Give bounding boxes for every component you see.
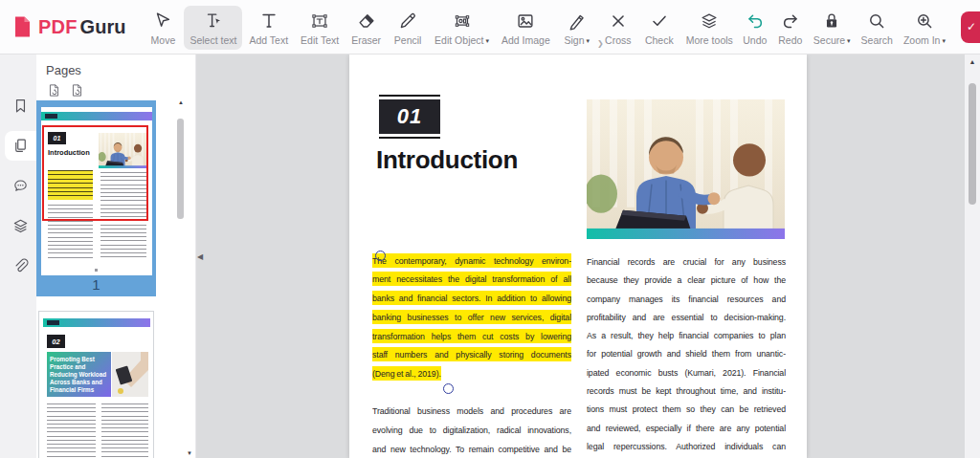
right-column-paragraph: Financial records are crucial for any bu… [587,253,786,456]
edit-text-icon [309,11,330,32]
tool-move[interactable]: Move ▾ [143,6,183,50]
thumb-page-number-dot [95,269,98,272]
sidebar-tab-layers[interactable] [5,211,36,241]
brand-pdf: PDF [38,16,78,38]
sidebar-tab-bookmarks[interactable] [5,91,36,120]
tool-cross[interactable]: Cross ▾ [598,6,638,50]
tool-add-text[interactable]: Add Text ▾ [243,6,294,50]
section-number-box: 01 [379,95,440,139]
pages-icon [11,137,30,155]
text-line: tions must protect them so they can be r… [587,401,786,419]
page-thumbnail-2[interactable]: 02 Promoting Best Practice and Reducing … [38,311,154,458]
eraser-icon [356,11,377,32]
text-line: As a result, they help financial compani… [587,327,786,345]
rotate-page-cw-icon [70,83,84,98]
highlighted-paragraph: The contemporary, dynamic technology env… [372,251,571,384]
select-text-icon [203,11,224,32]
panel-scrollbar-thumb[interactable] [177,119,184,219]
secure-icon [821,11,842,32]
text-line: and reviewed, especially if there are an… [587,420,786,438]
workspace: Pages 01 Introduction 1 [0,55,980,458]
redo-icon [780,11,801,32]
tool-pencil[interactable]: Pencil ▾ [388,6,428,50]
highlight-mark: banking businesses to offer new services… [372,310,571,324]
tool-label: Pencil [394,34,422,46]
top-toolbar: PDF Guru Move ▾ Select text ▾ [0,0,980,55]
text-line: legal repercussions. Authorized individu… [587,438,786,456]
pdf-page: 01 Introduction The contemporary, dynami… [349,55,807,458]
text-line: profitability and are essential to decis… [587,309,786,327]
undo-icon [745,11,766,32]
tool-more-tools[interactable]: More tools ▾ [680,6,739,50]
tool-zoom-in[interactable]: Zoom In ▾ [900,6,949,50]
edit-object-icon [452,11,473,32]
pencil-icon [397,11,418,32]
tool-redo[interactable]: Redo ▾ [774,6,807,50]
app-logo[interactable]: PDF Guru [0,15,133,38]
thumb-selection-rect [42,125,148,221]
thumb-header-gradient [41,112,152,120]
tool-select-text[interactable]: Select text ▾ [184,6,242,50]
toolbar-tools: Move ▾ Select text ▾ Add Text ▾ [143,4,738,50]
tool-edit-object[interactable]: Edit Object ▾ [429,6,495,50]
text-line: evolving due to digitalization, radical … [372,422,571,441]
highlighted-text-line: banks and financial sectors. In addition… [372,290,571,309]
text-line: records must be kept throughout time, an… [587,382,786,401]
sidebar-tab-comments[interactable] [5,171,36,201]
document-canvas: ◀ 01 Introduction The contemporary, dyna… [196,55,980,458]
tool-label: Cross [605,34,631,46]
tool-secure[interactable]: Secure ▾ [810,6,855,50]
tool-edit-text[interactable]: Edit Text ▾ [295,6,345,50]
toolbar-overflow-arrow-icon[interactable]: ❯ [597,39,604,48]
sidebar-tab-pages[interactable] [5,131,36,161]
more-tools-icon [699,11,720,32]
tool-label: Sign [565,34,585,46]
tool-sign[interactable]: Sign ▾ [557,6,597,50]
tool-undo[interactable]: Undo ▾ [739,6,771,50]
tool-add-image[interactable]: Add Image ▾ [496,6,556,50]
check-icon [649,11,670,32]
tool-label: Eraser [351,34,381,46]
highlight-mark: The contemporary, dynamic technology env… [372,253,571,268]
tool-label: Check [645,34,674,46]
text-line: and new technology. To remain competitiv… [372,441,571,458]
tool-label: Add Text [249,34,288,46]
rotate-page-cw-button[interactable] [68,83,85,100]
text-line: company manages its financial resources … [587,291,786,309]
sidebar-tab-attachments[interactable] [5,251,36,281]
canvas-scrollbar-thumb[interactable] [969,83,976,205]
attachment-icon [11,257,30,275]
highlighted-text-line: The contemporary, dynamic technology env… [372,251,571,271]
tool-search[interactable]: Search ▾ [858,6,897,50]
panel-scroll-down-arrow[interactable]: ▼ [187,450,192,456]
selection-handle-start[interactable] [375,251,386,261]
chevron-down-icon: ▾ [587,37,590,44]
page-thumbnail-1-preview: 01 Introduction [41,107,152,275]
tool-label: Undo [743,34,767,46]
thumb-header-chip [47,320,59,325]
section-number: 01 [379,99,440,134]
highlighted-text-line: (Deng et al., 2019). [372,365,571,384]
brand-guru: Guru [80,16,126,38]
done-button[interactable]: ✓ DONE [961,11,980,43]
thumb-header-chip [45,114,57,119]
thumb-header-gradient [43,318,150,327]
selection-handle-end[interactable] [443,383,454,394]
highlight-mark: staff numbers and physically storing doc… [372,347,571,361]
toolbar-right-tools: Undo ▾ Redo ▾ Secure ▾ [739,4,949,50]
tool-eraser[interactable]: Eraser ▾ [345,6,387,50]
panel-collapse-arrow[interactable]: ◀ [197,252,203,261]
document-photo [587,99,785,239]
page-thumbnail-1[interactable]: 01 Introduction 1 [36,100,156,296]
tool-check[interactable]: Check ▾ [639,6,679,50]
text-line: Financial records are crucial for any bu… [587,253,786,272]
panel-scroll-up-arrow[interactable]: ▲ [178,99,184,105]
page-number-label: 1 [36,276,156,293]
highlight-mark: transformation helps them cut costs by l… [372,329,571,343]
tool-label: Edit Text [301,34,339,46]
pages-panel: Pages 01 Introduction 1 [36,55,196,458]
rotate-page-ccw-button[interactable] [45,83,62,100]
highlighted-text-line: staff numbers and physically storing doc… [372,346,571,365]
canvas-scrollbar[interactable]: ▲ [965,55,980,458]
canvas-scroll-up-arrow[interactable]: ▲ [965,58,980,65]
